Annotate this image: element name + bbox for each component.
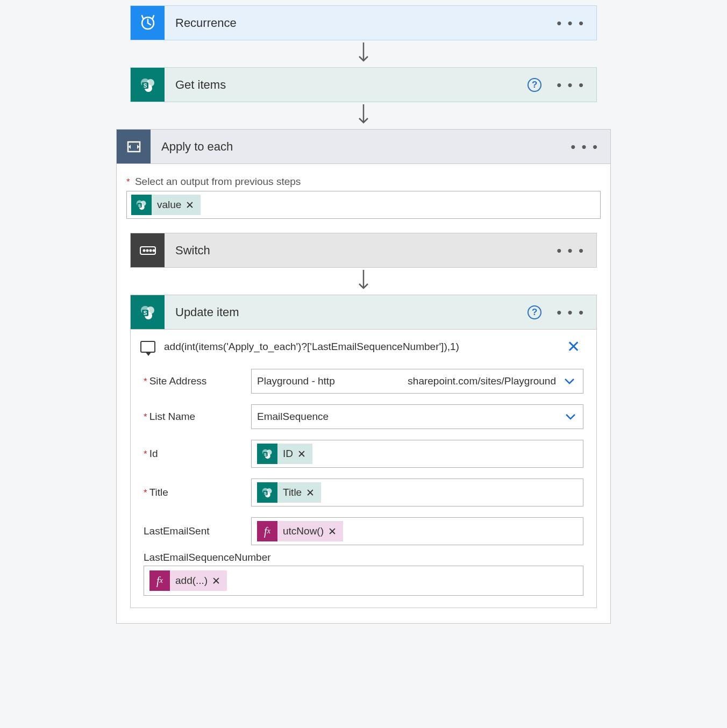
sharepoint-icon: S xyxy=(131,68,165,102)
switch-icon xyxy=(131,233,165,267)
value-token-label: value xyxy=(157,199,181,211)
last-seq-label: LastEmailSequenceNumber xyxy=(131,551,596,563)
select-output-field[interactable]: S value ✕ xyxy=(126,191,601,219)
close-icon[interactable]: ✕ xyxy=(564,337,583,356)
title-token-label: Title xyxy=(283,487,302,498)
site-address-value-right: sharepoint.com/sites/Playground xyxy=(408,375,556,387)
id-token-label: ID xyxy=(283,448,293,460)
title-label: *Title xyxy=(144,487,244,498)
recurrence-title: Recurrence xyxy=(165,16,557,30)
get-items-more-icon[interactable]: • • • xyxy=(557,77,585,92)
list-name-dropdown[interactable]: EmailSequence xyxy=(251,404,583,429)
select-output-label: Select an output from previous steps xyxy=(135,176,301,187)
clock-icon xyxy=(131,6,165,40)
connector-arrow xyxy=(357,40,370,67)
help-icon[interactable]: ? xyxy=(528,305,541,319)
add-token[interactable]: fx add(...) ✕ xyxy=(149,570,227,591)
list-name-label: *List Name xyxy=(144,411,244,423)
update-item-title: Update item xyxy=(165,305,528,319)
connector-arrow xyxy=(357,102,370,129)
svg-point-13 xyxy=(142,249,145,252)
svg-point-15 xyxy=(149,249,152,252)
loop-icon xyxy=(117,130,151,163)
value-token[interactable]: S value ✕ xyxy=(131,195,201,215)
last-email-sent-field[interactable]: fx utcNow() ✕ xyxy=(251,517,583,545)
svg-text:S: S xyxy=(264,453,267,456)
utcnow-token[interactable]: fx utcNow() ✕ xyxy=(257,521,343,541)
get-items-title: Get items xyxy=(165,78,528,92)
site-address-dropdown[interactable]: Playground - http sharepoint.com/sites/P… xyxy=(251,369,583,394)
apply-to-each-header[interactable]: Apply to each • • • xyxy=(117,130,610,164)
fx-icon: fx xyxy=(149,570,170,591)
list-name-value: EmailSequence xyxy=(257,411,329,423)
update-item-more-icon[interactable]: • • • xyxy=(557,305,585,320)
recurrence-card[interactable]: Recurrence • • • xyxy=(130,5,597,40)
remove-token-icon[interactable]: ✕ xyxy=(306,487,315,499)
sharepoint-icon: S xyxy=(257,444,277,464)
switch-title: Switch xyxy=(165,244,557,258)
peek-code-row: add(int(items('Apply_to_each')?['LastEma… xyxy=(131,330,596,363)
get-items-card[interactable]: S Get items ? • • • xyxy=(130,67,597,102)
svg-point-16 xyxy=(152,249,155,252)
remove-token-icon[interactable]: ✕ xyxy=(186,199,194,211)
last-seq-field[interactable]: fx add(...) ✕ xyxy=(144,566,583,596)
connector-arrow xyxy=(357,268,370,295)
remove-token-icon[interactable]: ✕ xyxy=(328,525,337,538)
utcnow-token-label: utcNow() xyxy=(283,525,324,537)
switch-card[interactable]: Switch • • • xyxy=(130,233,597,268)
update-item-header[interactable]: S Update item ? • • • xyxy=(131,295,596,330)
site-address-label: *Site Address xyxy=(144,375,244,387)
id-label: *Id xyxy=(144,448,244,460)
apply-to-each-container: Apply to each • • • * Select an output f… xyxy=(116,129,611,624)
chevron-down-icon[interactable] xyxy=(562,374,576,388)
id-field[interactable]: S ID ✕ xyxy=(251,440,583,468)
title-token[interactable]: S Title ✕ xyxy=(257,482,321,503)
svg-text:S: S xyxy=(138,204,141,208)
comment-icon xyxy=(140,341,155,353)
sharepoint-icon: S xyxy=(131,195,152,215)
remove-token-icon[interactable]: ✕ xyxy=(212,575,220,587)
sharepoint-icon: S xyxy=(257,482,277,503)
svg-text:S: S xyxy=(143,83,147,89)
switch-more-icon[interactable]: • • • xyxy=(557,243,585,258)
apply-to-each-more-icon[interactable]: • • • xyxy=(571,139,598,154)
help-icon[interactable]: ? xyxy=(528,78,541,92)
svg-point-14 xyxy=(146,249,148,252)
required-asterisk: * xyxy=(126,177,130,187)
fx-icon: fx xyxy=(257,521,277,541)
title-field[interactable]: S Title ✕ xyxy=(251,479,583,506)
remove-token-icon[interactable]: ✕ xyxy=(297,448,306,460)
apply-to-each-title: Apply to each xyxy=(151,140,571,154)
last-email-sent-label: LastEmailSent xyxy=(144,525,244,537)
chevron-down-icon[interactable] xyxy=(564,410,578,424)
peek-expression: add(int(items('Apply_to_each')?['LastEma… xyxy=(164,341,564,353)
update-item-card: S Update item ? • • • add(int(items('App… xyxy=(130,295,597,608)
add-token-label: add(...) xyxy=(175,575,208,587)
site-address-value-left: Playground - http xyxy=(257,375,335,387)
id-token[interactable]: S ID ✕ xyxy=(257,444,312,464)
svg-text:S: S xyxy=(143,310,147,316)
svg-text:S: S xyxy=(264,491,267,495)
recurrence-more-icon[interactable]: • • • xyxy=(557,16,585,31)
sharepoint-icon: S xyxy=(131,295,165,329)
